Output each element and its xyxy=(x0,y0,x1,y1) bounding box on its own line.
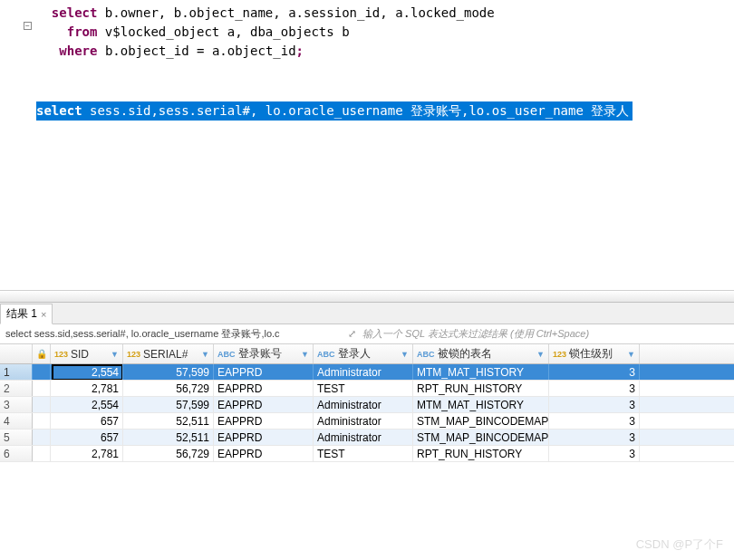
lock-column-header[interactable]: 🔒 xyxy=(33,344,51,363)
row-number[interactable]: 2 xyxy=(0,381,33,396)
cell-serial[interactable]: 56,729 xyxy=(123,446,214,461)
cell-obj[interactable]: RPT_RUN_HISTORY xyxy=(413,381,549,396)
grid-body: 12,55457,599EAPPRDAdministratorMTM_MAT_H… xyxy=(0,364,734,462)
keyword-select-2: select xyxy=(36,103,82,118)
dropdown-icon[interactable]: ▼ xyxy=(111,350,119,359)
column-header-lock-mode[interactable]: 123锁住级别▼ xyxy=(549,344,640,363)
col-label: 被锁的表名 xyxy=(438,346,536,362)
table-row[interactable]: 465752,511EAPPRDAdministratorSTM_MAP_BIN… xyxy=(0,413,734,430)
cell-serial[interactable]: 57,599 xyxy=(123,364,214,380)
column-header-locked-table[interactable]: ABC被锁的表名▼ xyxy=(413,344,549,363)
column-header-login-user[interactable]: ABC登录账号▼ xyxy=(214,344,314,363)
cell-user[interactable]: EAPPRD xyxy=(214,413,314,429)
type-num-icon: 123 xyxy=(553,350,566,359)
cell-serial[interactable]: 56,729 xyxy=(123,381,214,396)
cell-os[interactable]: TEST xyxy=(314,381,413,396)
cell-mode[interactable]: 3 xyxy=(549,413,640,429)
cell-sid[interactable]: 2,781 xyxy=(51,381,123,396)
type-abc-icon: ABC xyxy=(317,350,335,359)
executed-sql-label: select sess.sid,sess.serial#, lo.oracle_… xyxy=(0,325,344,343)
row-number[interactable]: 3 xyxy=(0,397,33,412)
dropdown-icon[interactable]: ▼ xyxy=(401,350,409,359)
cell-sid[interactable]: 657 xyxy=(51,413,123,429)
lock-cell xyxy=(33,446,51,461)
keyword-where: where xyxy=(59,43,97,58)
cell-mode[interactable]: 3 xyxy=(549,364,640,380)
editor-gutter: − xyxy=(0,0,32,290)
expand-icon[interactable]: ⤢ xyxy=(344,328,359,340)
cell-user[interactable]: EAPPRD xyxy=(214,397,314,412)
cell-user[interactable]: EAPPRD xyxy=(214,364,314,380)
cell-obj[interactable]: MTM_MAT_HISTORY xyxy=(413,364,549,380)
keyword-from: from xyxy=(67,24,98,39)
type-abc-icon: ABC xyxy=(217,350,236,359)
cell-serial[interactable]: 52,511 xyxy=(123,413,214,429)
type-num-icon: 123 xyxy=(54,350,68,359)
cell-user[interactable]: EAPPRD xyxy=(214,446,314,461)
type-abc-icon: ABC xyxy=(417,350,435,359)
dropdown-icon[interactable]: ▼ xyxy=(201,350,209,359)
cell-sid[interactable]: 2,554 xyxy=(51,364,123,380)
dropdown-icon[interactable]: ▼ xyxy=(301,350,309,359)
editor-bottom-bar xyxy=(0,290,734,303)
row-number[interactable]: 6 xyxy=(0,446,33,461)
cell-user[interactable]: EAPPRD xyxy=(214,381,314,396)
dropdown-icon[interactable]: ▼ xyxy=(536,350,545,359)
lock-icon: 🔒 xyxy=(36,349,47,359)
lock-cell xyxy=(33,413,51,429)
results-tab-1[interactable]: 结果 1 × xyxy=(0,304,53,324)
col-label: 锁住级别 xyxy=(569,346,625,362)
sql-editor[interactable]: − select b.owner, b.object_name, a.sessi… xyxy=(0,0,734,290)
column-header-serial[interactable]: 123SERIAL#▼ xyxy=(123,344,214,363)
cell-mode[interactable]: 3 xyxy=(549,381,640,396)
cell-mode[interactable]: 3 xyxy=(549,446,640,461)
lock-cell xyxy=(33,430,51,445)
table-row[interactable]: 565752,511EAPPRDAdministratorSTM_MAP_BIN… xyxy=(0,430,734,446)
grid-header: 🔒 123SID▼ 123SERIAL#▼ ABC登录账号▼ ABC登录人▼ A… xyxy=(0,344,734,364)
sql2-body: sess.sid,sess.serial#, lo.oracle_usernam… xyxy=(82,103,630,118)
watermark: CSDN @P了个F xyxy=(636,536,723,553)
table-row[interactable]: 12,55457,599EAPPRDAdministratorMTM_MAT_H… xyxy=(0,364,734,381)
cell-obj[interactable]: RPT_RUN_HISTORY xyxy=(413,446,549,461)
cell-sid[interactable]: 657 xyxy=(51,430,123,445)
cell-serial[interactable]: 52,511 xyxy=(123,430,214,445)
lock-cell xyxy=(33,381,51,396)
close-icon[interactable]: × xyxy=(41,309,46,320)
cell-obj[interactable]: STM_MAP_BINCODEMAP xyxy=(413,430,549,445)
fold-toggle-icon[interactable]: − xyxy=(24,22,32,30)
cell-obj[interactable]: STM_MAP_BINCODEMAP xyxy=(413,413,549,429)
selected-sql-line[interactable]: select sess.sid,sess.serial#, lo.oracle_… xyxy=(36,101,633,121)
table-row[interactable]: 62,78156,729EAPPRDTESTRPT_RUN_HISTORY3 xyxy=(0,446,734,462)
filter-input[interactable]: 输入一个 SQL 表达式来过滤结果 (使用 Ctrl+Space) xyxy=(359,327,734,341)
results-grid: 🔒 123SID▼ 123SERIAL#▼ ABC登录账号▼ ABC登录人▼ A… xyxy=(0,344,734,462)
col-label: SID xyxy=(71,348,109,361)
column-header-login-person[interactable]: ABC登录人▼ xyxy=(314,344,413,363)
semicolon: ; xyxy=(296,43,304,58)
column-header-sid[interactable]: 123SID▼ xyxy=(51,344,123,363)
table-row[interactable]: 22,78156,729EAPPRDTESTRPT_RUN_HISTORY3 xyxy=(0,381,734,397)
cell-user[interactable]: EAPPRD xyxy=(214,430,314,445)
sql-cols: b.owner, b.object_name, a.session_id, a.… xyxy=(97,5,494,20)
cell-os[interactable]: Administrator xyxy=(314,430,413,445)
lock-cell xyxy=(33,364,51,380)
filter-bar: select sess.sid,sess.serial#, lo.oracle_… xyxy=(0,324,734,344)
cell-os[interactable]: Administrator xyxy=(314,364,413,380)
cell-os[interactable]: Administrator xyxy=(314,397,413,412)
cell-os[interactable]: TEST xyxy=(314,446,413,461)
cell-mode[interactable]: 3 xyxy=(549,430,640,445)
row-number[interactable]: 5 xyxy=(0,430,33,445)
type-num-icon: 123 xyxy=(127,350,140,359)
results-tab-bar: 结果 1 × xyxy=(0,303,734,324)
cell-sid[interactable]: 2,781 xyxy=(51,446,123,461)
cell-obj[interactable]: MTM_MAT_HISTORY xyxy=(413,397,549,412)
cell-sid[interactable]: 2,554 xyxy=(51,397,123,412)
cell-os[interactable]: Administrator xyxy=(314,413,413,429)
row-number[interactable]: 1 xyxy=(0,364,33,380)
code-content[interactable]: select b.owner, b.object_name, a.session… xyxy=(36,4,734,121)
table-row[interactable]: 32,55457,599EAPPRDAdministratorMTM_MAT_H… xyxy=(0,397,734,413)
dropdown-icon[interactable]: ▼ xyxy=(627,350,635,359)
row-number[interactable]: 4 xyxy=(0,413,33,429)
cell-serial[interactable]: 57,599 xyxy=(123,397,214,412)
cell-mode[interactable]: 3 xyxy=(549,397,640,412)
rownum-header[interactable] xyxy=(0,344,33,363)
